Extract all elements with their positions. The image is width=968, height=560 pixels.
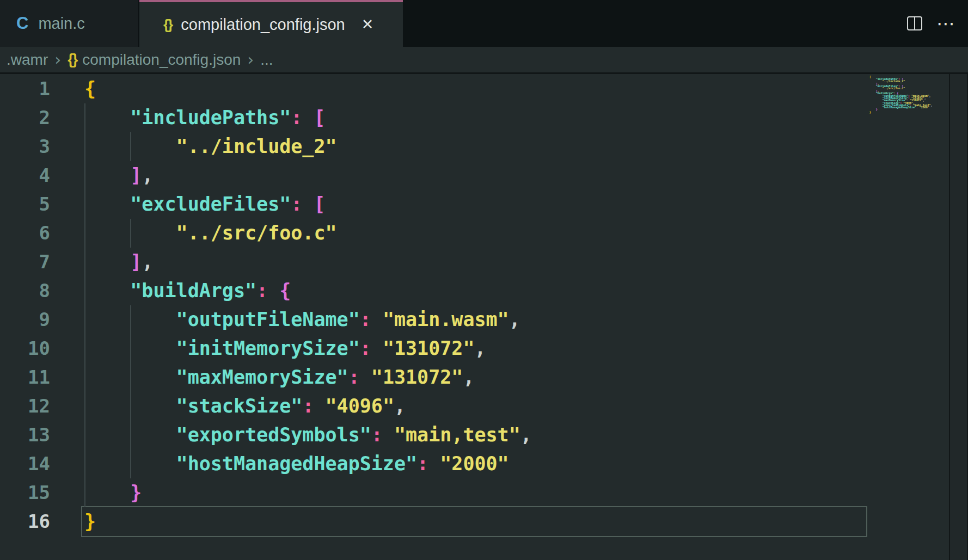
code-line[interactable]: "../src/foo.c" [84,219,337,248]
token-pl [84,107,130,128]
current-line-highlight [81,506,867,537]
more-actions-icon[interactable]: ⋯ [936,14,955,33]
token-key: "includePaths" [130,107,291,128]
line-number[interactable]: 11 [0,363,50,392]
token-pl [268,280,279,301]
code-line[interactable]: } [84,507,96,536]
breadcrumb-file-label: compilation_config.json [82,51,241,69]
json-braces-icon: {} [163,16,172,33]
code-line[interactable]: ], [84,248,153,276]
token-pun: , [142,164,153,186]
token-b1: { [84,78,96,100]
breadcrumb-wamr-label: .wamr [7,51,48,69]
token-key: "exportedSymbols" [176,424,371,446]
minimap[interactable]: { "includePaths": [ "../include_2" ], "e… [869,76,933,113]
token-b2: { [279,280,291,301]
token-pl [302,107,314,128]
token-str: "131072" [383,337,475,359]
breadcrumb-item-wamr[interactable]: .wamr [7,51,48,69]
token-pl [383,424,394,446]
code-line[interactable]: "outputFileName": "main.wasm", [84,305,520,334]
line-number[interactable]: 7 [0,248,50,276]
token-pl [84,164,130,186]
tab-main-c[interactable]: C main.c [0,0,139,47]
tab-compilation-config-json[interactable]: {} compilation_config.json ✕ [139,0,403,47]
line-number[interactable]: 13 [0,421,50,450]
token-pl [371,309,383,330]
code-line[interactable]: "../include_2" [84,132,337,161]
token-pun: , [394,395,406,417]
code-line[interactable]: "maxMemorySize": "131072", [84,363,474,392]
tab-label-main-c: main.c [38,15,84,33]
token-b1: } [84,510,96,532]
breadcrumb-item-file[interactable]: {} compilation_config.json [68,51,241,69]
code-line[interactable]: ], [84,161,153,190]
line-number[interactable]: 5 [0,190,50,219]
code-line[interactable]: "hostManagedHeapSize": "2000" [84,450,509,478]
breadcrumb-item-symbol[interactable]: ... [260,51,273,69]
token-key: "maxMemorySize" [176,366,348,388]
code-line[interactable]: "exportedSymbols": "main,test", [84,421,532,450]
token-pl [84,280,130,301]
token-str: "main,test" [394,424,520,446]
line-number[interactable]: 3 [0,132,50,161]
line-number[interactable]: 6 [0,219,50,248]
token-key: "stackSize" [176,395,303,417]
token-key: "hostManagedHeapSize" [176,453,418,475]
line-number[interactable]: 4 [0,161,50,190]
code-line[interactable]: "initMemorySize": "131072", [84,334,486,363]
code-line[interactable]: } [84,478,142,507]
token-str: "4096" [326,395,394,417]
token-key: "buildArgs" [130,280,256,301]
code-line[interactable]: "includePaths": [ [84,103,326,132]
token-pl [360,366,371,388]
token-b2: ] [130,164,142,186]
token-pl [84,337,176,359]
token-key: "outputFileName" [176,309,360,330]
token-str: "2000" [440,453,508,475]
tab-label-compilation-config-json: compilation_config.json [181,16,345,34]
line-number[interactable]: 14 [0,450,50,478]
line-number[interactable]: 10 [0,334,50,363]
token-key: "initMemorySize" [176,337,360,359]
split-editor-icon[interactable] [907,16,922,30]
token-col: : [417,453,428,475]
token-pl [84,136,176,157]
token-pl [84,482,130,503]
token-col: : [302,395,314,417]
token-pl [84,309,176,330]
editor[interactable]: 12345678910111213141516 { "includePaths"… [0,74,968,560]
token-b2: ] [130,251,142,273]
c-file-icon: C [16,14,28,33]
line-number[interactable]: 12 [0,392,50,421]
token-pl [84,222,176,244]
line-number[interactable]: 15 [0,478,50,507]
tab-bar: C main.c {} compilation_config.json ✕ ⋯ [0,0,968,47]
line-number[interactable]: 8 [0,276,50,305]
minimap-line: } [869,111,933,113]
token-b2: [ [314,107,325,128]
code-line[interactable]: "excludeFiles": [ [84,190,326,219]
token-pun: , [474,337,486,359]
editor-window: C main.c {} compilation_config.json ✕ ⋯ … [0,0,968,560]
line-number[interactable]: 1 [0,75,50,103]
line-number[interactable]: 9 [0,305,50,334]
token-pl [84,453,176,475]
token-col: : [360,337,371,359]
token-key: "excludeFiles" [130,193,291,215]
token-pl [428,453,440,475]
chevron-right-icon: › [247,50,254,69]
token-pl [314,395,325,417]
code-line[interactable]: "stackSize": "4096", [84,392,406,421]
scrollbar-track[interactable] [950,74,967,560]
breadcrumb: .wamr › {} compilation_config.json › ... [7,47,968,72]
code-line[interactable]: { [84,75,96,103]
token-str: "main.wasm" [383,309,509,330]
token-pl [371,337,383,359]
code-line[interactable]: "buildArgs": { [84,276,291,305]
line-number[interactable]: 2 [0,103,50,132]
close-tab-icon[interactable]: ✕ [362,16,374,33]
editor-actions: ⋯ [907,0,955,47]
line-number[interactable]: 16 [0,507,50,536]
token-col: : [348,366,360,388]
